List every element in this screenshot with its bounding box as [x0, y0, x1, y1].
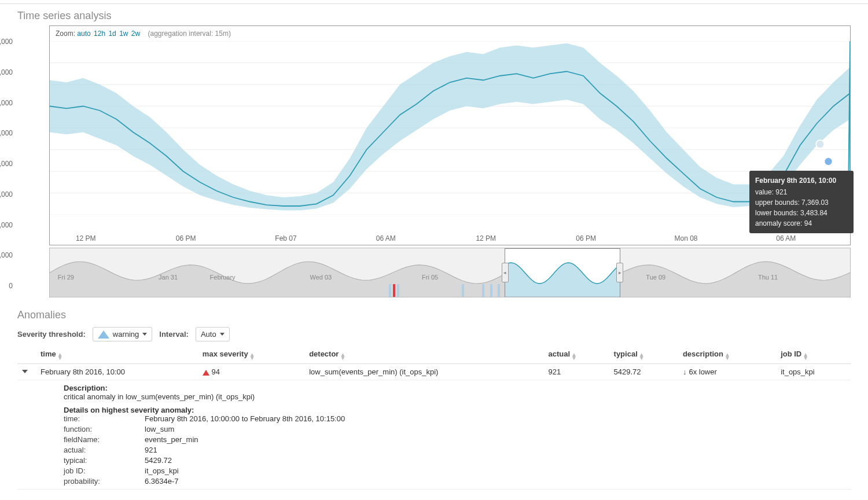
main-chart: 0 1,000 2,000 3,000 4,000 5,000 6,000 7,…	[17, 25, 851, 299]
table-row[interactable]: February 8th 2016, 10:00 94 low_sum(even…	[17, 364, 851, 380]
zoom-1w[interactable]: 1w	[119, 30, 128, 38]
cell-typical: 5429.72	[609, 364, 678, 380]
main-line-chart[interactable]	[50, 41, 850, 215]
nav-tick: Jan 31	[159, 274, 178, 281]
interval-value: Auto	[201, 330, 216, 339]
brush-handle-left[interactable]: ◂	[502, 263, 509, 282]
highest-heading: Details on highest severity anomaly:	[64, 406, 194, 414]
zoom-auto[interactable]: auto	[77, 30, 90, 38]
severity-threshold-label: Severity threshold:	[17, 330, 86, 339]
expand-row-icon[interactable]	[22, 370, 28, 373]
nav-tick: February	[210, 274, 236, 281]
d-time-l: time:	[64, 414, 145, 423]
x-tick: 06 AM	[776, 234, 796, 242]
d-func-l: function:	[64, 425, 145, 433]
cell-detector: low_sum(events_per_min) (it_ops_kpi)	[304, 364, 543, 380]
y-tick: 6,000	[0, 99, 13, 107]
tooltip-score: anomaly score: 94	[755, 218, 848, 229]
tooltip-title: February 8th 2016, 10:00	[755, 175, 848, 186]
chevron-down-icon	[142, 333, 147, 336]
cell-time: February 8th 2016, 10:00	[36, 364, 198, 380]
d-act-v: 921	[145, 446, 846, 454]
anomalies-heading: Anomalies	[17, 309, 868, 321]
desc-text: critical anomaly in low_sum(events_per_m…	[64, 392, 846, 401]
nav-tick: Wed 03	[310, 274, 332, 281]
brush-handle-right[interactable]: ▸	[616, 263, 623, 282]
desc-heading: Description:	[64, 384, 108, 392]
svg-point-10	[825, 157, 833, 166]
col-job-id[interactable]: job ID▲▼	[776, 346, 851, 364]
zoom-bar: Zoom: auto 12h 1d 1w 2w (aggregation int…	[50, 26, 850, 41]
col-max-severity[interactable]: max severity▲▼	[198, 346, 304, 364]
col-detector[interactable]: detector▲▼	[304, 346, 543, 364]
warning-icon	[98, 330, 109, 339]
nav-tick: Tue 09	[646, 274, 665, 281]
cell-actual: 921	[543, 364, 609, 380]
aggregation-interval: (aggregation interval: 15m)	[148, 30, 231, 38]
d-field-v: events_per_min	[145, 435, 846, 444]
x-tick: Mon 08	[674, 234, 697, 242]
anomalies-table: time▲▼ max severity▲▼ detector▲▼ actual▲…	[17, 346, 851, 490]
cell-max-severity: 94	[198, 364, 304, 380]
d-typ-v: 5429.72	[145, 456, 846, 465]
nav-tick: Fri 29	[58, 274, 74, 281]
d-field-l: fieldName:	[64, 435, 145, 444]
severity-threshold-select[interactable]: warning	[93, 327, 153, 341]
d-prob-l: probability:	[64, 477, 145, 486]
y-tick: 2,000	[0, 221, 13, 229]
col-actual[interactable]: actual▲▼	[543, 346, 609, 364]
d-job-l: job ID:	[64, 466, 145, 475]
d-func-v: low_sum	[145, 425, 846, 433]
zoom-label: Zoom:	[56, 30, 75, 38]
y-tick: 0	[9, 282, 13, 290]
col-typical[interactable]: typical▲▼	[609, 346, 678, 364]
critical-icon	[203, 370, 209, 376]
zoom-1d[interactable]: 1d	[108, 30, 116, 38]
x-tick: 12 PM	[76, 234, 96, 242]
x-axis: 12 PM 06 PM Feb 07 06 AM 12 PM 06 PM Mon…	[50, 232, 850, 245]
x-tick: 12 PM	[476, 234, 496, 242]
cell-job-id: it_ops_kpi	[776, 364, 851, 380]
nav-tick: Fri 05	[422, 274, 438, 281]
tooltip-value: value: 921	[755, 187, 848, 197]
d-time-v: February 8th 2016, 10:00:00 to February …	[145, 414, 846, 423]
zoom-2w[interactable]: 2w	[131, 30, 140, 38]
interval-label: Interval:	[159, 330, 189, 339]
y-tick: 7,000	[0, 68, 13, 76]
col-description[interactable]: description▲▼	[678, 346, 776, 364]
down-arrow-icon: ↓	[683, 367, 687, 376]
x-tick: Feb 07	[275, 234, 296, 242]
x-tick: 06 AM	[376, 234, 396, 242]
zoom-12h[interactable]: 12h	[94, 30, 105, 38]
d-act-l: actual:	[64, 446, 145, 454]
svg-point-9	[816, 140, 824, 148]
interval-select[interactable]: Auto	[196, 327, 230, 341]
tooltip-upper: upper bounds: 7,369.03	[755, 197, 848, 208]
navigator-brush[interactable]: ◂ ▸	[505, 248, 621, 297]
timeseries-heading: Time series analysis	[17, 10, 868, 22]
d-job-v: it_ops_kpi	[145, 466, 846, 475]
navigator-chart[interactable]: Fri 29 Jan 31 February Wed 03 Fri 05 Feb…	[49, 248, 851, 297]
tooltip-lower: lower bounds: 3,483.84	[755, 208, 848, 218]
cell-description: ↓6x lower	[678, 364, 776, 380]
table-row-detail: Description: critical anomaly in low_sum…	[17, 380, 851, 490]
y-tick: 5,000	[0, 129, 13, 137]
y-tick: 4,000	[0, 160, 13, 168]
anomaly-tooltip: February 8th 2016, 10:00 value: 921 uppe…	[749, 171, 854, 233]
severity-threshold-value: warning	[113, 330, 139, 339]
y-tick: 3,000	[0, 190, 13, 198]
chevron-down-icon	[220, 333, 225, 336]
x-tick: 06 PM	[176, 234, 196, 242]
y-tick: 8,000	[0, 38, 13, 46]
d-prob-v: 6.3634e-7	[145, 477, 846, 486]
col-time[interactable]: time▲▼	[36, 346, 198, 364]
x-tick: 06 PM	[576, 234, 596, 242]
d-typ-l: typical:	[64, 456, 145, 465]
nav-tick: Thu 11	[758, 274, 778, 281]
y-tick: 1,000	[0, 251, 13, 259]
